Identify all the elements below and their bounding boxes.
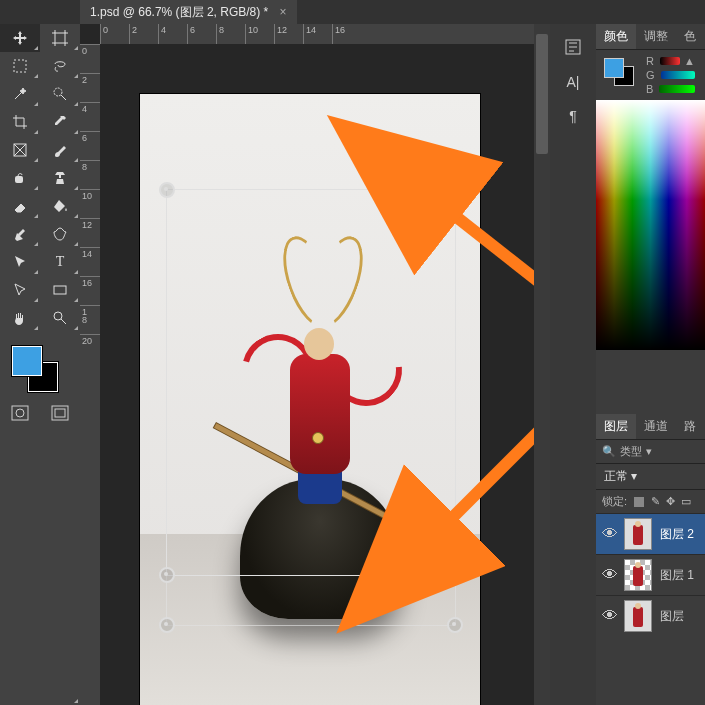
layer-thumbnail[interactable] (624, 559, 652, 591)
paragraph-panel-icon[interactable]: ¶ (569, 108, 577, 124)
character-panel-icon[interactable]: A| (567, 74, 580, 90)
color-panel-tabs: 颜色 调整 色 (596, 24, 705, 50)
ruler-horizontal[interactable]: 0246810121416 (100, 24, 534, 44)
tool-quick-select[interactable] (40, 80, 80, 108)
ruler-vertical[interactable]: 02468101214161820 (80, 44, 100, 705)
transform-handle-br2[interactable] (447, 617, 463, 633)
transform-handle-tl[interactable] (159, 182, 175, 198)
screen-mode-button[interactable] (40, 398, 80, 428)
history-panel-icon[interactable] (564, 38, 582, 56)
blend-mode-select[interactable]: 正常 ▾ (596, 463, 705, 489)
svg-rect-10 (55, 409, 65, 417)
document-tab[interactable]: 1.psd @ 66.7% (图层 2, RGB/8) * × (80, 0, 297, 25)
tool-lasso[interactable] (40, 52, 80, 80)
tool-artboard[interactable] (40, 24, 80, 52)
ruler-tick: 2 (80, 73, 100, 102)
svg-rect-9 (52, 406, 68, 420)
slider-b[interactable]: B (640, 82, 701, 96)
svg-rect-4 (15, 176, 23, 183)
ruler-tick: 16 (80, 276, 100, 305)
search-icon: 🔍 (602, 445, 616, 458)
ruler-tick: 8 (80, 160, 100, 189)
ruler-tick: 10 (80, 189, 100, 218)
tool-move[interactable] (0, 24, 40, 52)
layer-filter-bar[interactable]: 🔍 类型 ▾ (596, 440, 705, 463)
blend-mode-value: 正常 (604, 469, 628, 483)
canvas[interactable] (140, 94, 480, 705)
lock-artboard-icon[interactable]: ▭ (681, 495, 691, 508)
ruler-tick: 0 (80, 44, 100, 73)
tool-rectangle[interactable] (40, 276, 80, 304)
tool-paint-bucket[interactable] (40, 192, 80, 220)
lock-brush-icon[interactable]: ✎ (651, 495, 660, 508)
tool-eraser[interactable] (0, 192, 40, 220)
layer-name[interactable]: 图层 (660, 608, 684, 625)
lock-pixels-icon[interactable] (633, 496, 645, 508)
layer-row[interactable]: 👁图层 2 (596, 513, 705, 554)
tool-custom-shape[interactable] (40, 220, 80, 248)
tool-hand[interactable] (0, 304, 40, 332)
label-r: R (646, 55, 654, 67)
tool-pen[interactable] (0, 220, 40, 248)
panel-color-swatches[interactable] (604, 58, 636, 84)
tool-path-select[interactable] (0, 248, 40, 276)
tool-wand[interactable] (0, 80, 40, 108)
svg-point-8 (16, 409, 24, 417)
panel-swatch-fg[interactable] (604, 58, 624, 78)
tool-type[interactable]: T (40, 248, 80, 276)
tab-channels[interactable]: 通道 (636, 414, 676, 439)
transform-handle-bl2[interactable] (159, 617, 175, 633)
tool-crop[interactable] (0, 108, 40, 136)
perspective-outline (166, 189, 456, 626)
tab-swatches[interactable]: 色 (676, 24, 704, 49)
ruler-tick: 4 (158, 24, 187, 44)
slider-r[interactable]: R ▲ (640, 54, 701, 68)
svg-rect-7 (12, 406, 28, 420)
layer-thumbnail[interactable] (624, 518, 652, 550)
ruler-tick: 8 (216, 24, 245, 44)
scrollbar-vertical[interactable] (534, 24, 550, 705)
color-swatches[interactable] (12, 346, 62, 392)
close-tab-icon[interactable]: × (280, 5, 287, 19)
layers-panel-tabs: 图层 通道 路 (596, 414, 705, 440)
tool-zoom[interactable] (40, 304, 80, 332)
tool-spot-heal[interactable] (0, 164, 40, 192)
transform-handle-br[interactable] (447, 567, 463, 583)
tab-adjust[interactable]: 调整 (636, 24, 676, 49)
svg-rect-5 (54, 286, 66, 294)
ruler-tick: 2 (129, 24, 158, 44)
scrollbar-thumb[interactable] (536, 34, 548, 154)
visibility-eye-icon[interactable]: 👁 (602, 566, 616, 584)
foreground-color-swatch[interactable] (12, 346, 42, 376)
layer-name[interactable]: 图层 2 (660, 526, 694, 543)
quick-mask-button[interactable] (0, 398, 40, 428)
tool-direct-select[interactable] (0, 276, 40, 304)
visibility-eye-icon[interactable]: 👁 (602, 607, 616, 625)
tool-frame[interactable] (0, 136, 40, 164)
transform-bounding-box[interactable] (166, 189, 456, 576)
tool-brush[interactable] (40, 136, 80, 164)
visibility-eye-icon[interactable]: 👁 (602, 525, 616, 543)
transform-handle-bl[interactable] (159, 567, 175, 583)
tab-layers[interactable]: 图层 (596, 414, 636, 439)
lock-move-icon[interactable]: ✥ (666, 495, 675, 508)
tab-paths[interactable]: 路 (676, 414, 704, 439)
svg-point-6 (54, 312, 62, 320)
tab-color[interactable]: 颜色 (596, 24, 636, 49)
layer-filter-type[interactable]: 类型 (620, 444, 642, 459)
slider-g[interactable]: G (640, 68, 701, 82)
layer-name[interactable]: 图层 1 (660, 567, 694, 584)
svg-rect-14 (634, 497, 644, 507)
document-tab-title: 1.psd @ 66.7% (图层 2, RGB/8) * (90, 5, 268, 19)
ruler-tick: 4 (80, 102, 100, 131)
transform-handle-tr[interactable] (447, 182, 463, 198)
tool-marquee[interactable] (0, 52, 40, 80)
layer-row[interactable]: 👁图层 (596, 595, 705, 636)
layer-thumbnail[interactable] (624, 600, 652, 632)
tool-clone[interactable] (40, 164, 80, 192)
layers-panel: 图层 通道 路 🔍 类型 ▾ 正常 ▾ 锁定: ✎ ✥ ▭ 👁图层 2👁图层 1… (596, 414, 705, 705)
svg-rect-0 (55, 33, 65, 43)
color-spectrum[interactable] (596, 100, 705, 350)
tool-eyedropper[interactable] (40, 108, 80, 136)
layer-row[interactable]: 👁图层 1 (596, 554, 705, 595)
